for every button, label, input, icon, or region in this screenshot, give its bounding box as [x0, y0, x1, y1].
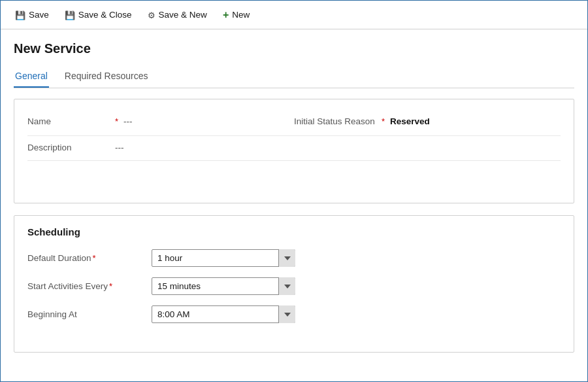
save-button[interactable]: Save	[8, 6, 56, 24]
description-label: Description	[27, 143, 112, 152]
name-col: Name * ---	[27, 111, 294, 131]
initial-status-value: Reserved	[387, 116, 430, 126]
tab-general[interactable]: General	[14, 65, 49, 88]
scheduling-section: Scheduling Default Duration* 30 minutes …	[14, 215, 574, 353]
new-icon	[223, 9, 229, 21]
new-label: New	[232, 10, 250, 20]
default-duration-select-wrap: 30 minutes 1 hour 2 hours 4 hours 8 hour…	[152, 249, 295, 267]
name-required-star: *	[115, 116, 118, 126]
save-new-label: Save & New	[159, 10, 207, 20]
general-form-section: Name * --- Initial Status Reason * Reser…	[14, 99, 574, 203]
beginning-at-select[interactable]: 6:00 AM 7:00 AM 8:00 AM 9:00 AM 10:00 AM	[152, 305, 295, 323]
tab-bar: General Required Resources	[14, 65, 574, 88]
tab-required-resources[interactable]: Required Resources	[63, 65, 150, 88]
initial-status-label: Initial Status Reason	[294, 116, 379, 126]
save-new-button[interactable]: Save & New	[141, 6, 214, 24]
beginning-at-select-wrap: 6:00 AM 7:00 AM 8:00 AM 9:00 AM 10:00 AM	[152, 305, 295, 323]
description-value: ---	[112, 143, 124, 152]
main-window: Save Save & Close Save & New New New Ser…	[0, 0, 588, 382]
initial-status-required-star: *	[382, 116, 385, 126]
beginning-at-label: Beginning At	[27, 309, 152, 319]
save-close-icon	[65, 9, 75, 20]
start-activities-row: Start Activities Every* 5 minutes 10 min…	[27, 277, 561, 295]
default-duration-row: Default Duration* 30 minutes 1 hour 2 ho…	[27, 249, 561, 267]
save-icon	[15, 9, 25, 20]
default-duration-label: Default Duration*	[27, 253, 152, 263]
toolbar: Save Save & Close Save & New New	[1, 1, 587, 29]
save-label: Save	[29, 10, 49, 20]
scheduling-title: Scheduling	[27, 226, 561, 237]
form-spacer	[27, 161, 561, 187]
page-title: New Service	[14, 41, 574, 56]
name-value: ---	[121, 116, 133, 126]
save-close-button[interactable]: Save & Close	[58, 6, 139, 24]
save-close-label: Save & Close	[78, 10, 132, 20]
new-button[interactable]: New	[216, 6, 256, 24]
start-activities-label: Start Activities Every*	[27, 281, 152, 291]
description-row: Description ---	[27, 136, 561, 161]
start-activities-select[interactable]: 5 minutes 10 minutes 15 minutes 30 minut…	[152, 277, 295, 295]
description-col: Description ---	[27, 136, 561, 158]
page-content: New Service General Required Resources N…	[1, 29, 587, 381]
name-row: Name * --- Initial Status Reason * Reser…	[27, 111, 561, 136]
start-activities-select-wrap: 5 minutes 10 minutes 15 minutes 30 minut…	[152, 277, 295, 295]
initial-status-col: Initial Status Reason * Reserved	[294, 111, 561, 131]
beginning-at-row: Beginning At 6:00 AM 7:00 AM 8:00 AM 9:0…	[27, 305, 561, 323]
save-new-icon	[148, 9, 155, 20]
name-label: Name	[27, 116, 112, 126]
default-duration-select[interactable]: 30 minutes 1 hour 2 hours 4 hours 8 hour…	[152, 249, 295, 267]
